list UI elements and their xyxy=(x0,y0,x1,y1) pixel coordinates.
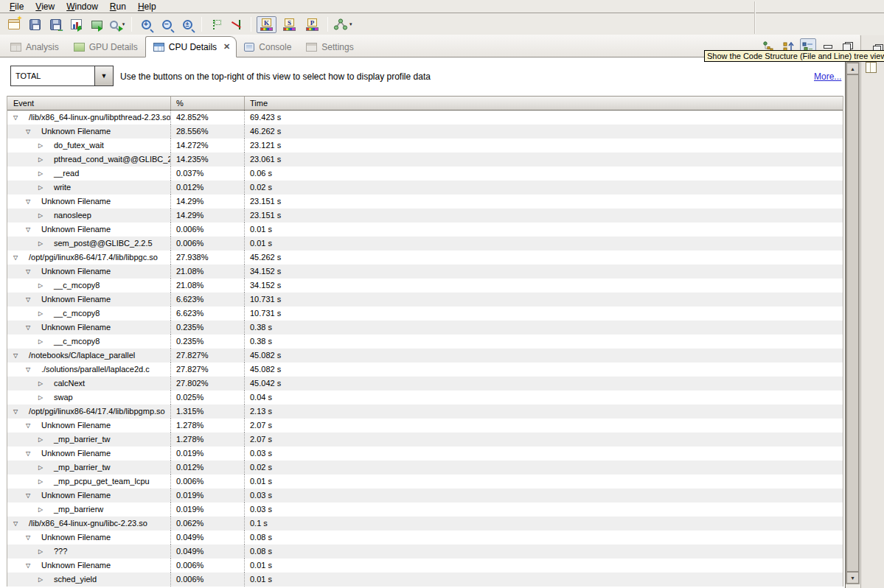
combo-dropdown-button[interactable]: ▼ xyxy=(94,66,113,85)
collapse-icon[interactable]: ▽ xyxy=(26,223,38,237)
column-header-event[interactable]: Event xyxy=(7,97,170,110)
expand-icon[interactable]: ▷ xyxy=(38,545,50,559)
vertical-scrollbar[interactable]: ▲ ▼ xyxy=(846,62,860,584)
import-session-button[interactable] xyxy=(87,15,106,33)
table-row[interactable]: ▷pthread_cond_wait@@GLIBC_2.314.235%23.0… xyxy=(7,153,843,167)
table-row[interactable]: ▽Unknown Filename28.556%46.262 s xyxy=(7,125,843,139)
collapse-icon[interactable]: ▽ xyxy=(26,531,38,545)
collapse-icon[interactable]: ▽ xyxy=(13,251,25,265)
collapse-icon[interactable]: ▽ xyxy=(26,559,38,573)
collapse-icon[interactable]: ▽ xyxy=(26,489,38,503)
table-row[interactable]: ▷_mp_barrier_tw0.012%0.02 s xyxy=(7,461,843,475)
menu-run[interactable]: Run xyxy=(105,1,133,13)
table-row[interactable]: ▷__c_mcopy86.623%10.731 s xyxy=(7,307,843,321)
table-row[interactable]: ▷__read0.037%0.06 s xyxy=(7,167,843,181)
remove-marker-button[interactable] xyxy=(227,15,246,33)
table-row[interactable]: ▷do_futex_wait14.272%23.121 s xyxy=(7,139,843,153)
run-analysis-button[interactable]: ▾ xyxy=(108,15,127,33)
collapse-icon[interactable]: ▽ xyxy=(13,405,25,419)
table-row[interactable]: ▽Unknown Filename0.049%0.08 s xyxy=(7,531,843,545)
save-all-button[interactable] xyxy=(46,15,65,33)
tab-console[interactable]: Console xyxy=(237,38,299,57)
call-tree-button[interactable]: ▾ xyxy=(333,15,353,33)
menu-view[interactable]: View xyxy=(30,1,61,13)
add-marker-button[interactable] xyxy=(206,15,226,33)
expand-icon[interactable]: ▷ xyxy=(38,391,50,405)
tab-gpu-details[interactable]: GPU Details xyxy=(66,38,145,57)
table-row[interactable]: ▽Unknown Filename0.019%0.03 s xyxy=(7,447,843,461)
tab-analysis[interactable]: Analysis xyxy=(3,38,66,57)
table-row[interactable]: ▽Unknown Filename0.006%0.01 s xyxy=(7,223,843,237)
profile-application-button[interactable] xyxy=(66,15,86,33)
expand-icon[interactable]: ▷ xyxy=(38,153,50,167)
collapse-icon[interactable]: ▽ xyxy=(13,349,25,363)
tab-cpu-details[interactable]: CPU Details✕ xyxy=(145,36,237,57)
table-row[interactable]: ▽Unknown Filename21.08%34.152 s xyxy=(7,265,843,279)
table-row[interactable]: ▷sched_yield0.006%0.01 s xyxy=(7,573,843,587)
table-row[interactable]: ▽Unknown Filename14.29%23.151 s xyxy=(7,195,843,209)
table-row[interactable]: ▷calcNext27.802%45.042 s xyxy=(7,377,843,391)
table-row[interactable]: ▽/lib/x86_64-linux-gnu/libpthread-2.23.s… xyxy=(7,111,843,125)
collapse-icon[interactable]: ▽ xyxy=(26,447,38,461)
expand-icon[interactable]: ▷ xyxy=(38,167,50,181)
split-pane-icon[interactable] xyxy=(866,62,877,73)
expand-icon[interactable]: ▷ xyxy=(38,573,50,587)
chevron-down-icon[interactable]: ▾ xyxy=(349,21,352,27)
zoom-out-button[interactable] xyxy=(157,15,176,33)
menu-file[interactable]: File xyxy=(4,1,30,13)
table-row[interactable]: ▽/lib/x86_64-linux-gnu/libc-2.23.so0.062… xyxy=(7,517,843,531)
collapse-icon[interactable]: ▽ xyxy=(26,321,38,335)
table-row[interactable]: ▽Unknown Filename0.006%0.01 s xyxy=(7,559,843,573)
table-row[interactable]: ▷???0.049%0.08 s xyxy=(7,545,843,559)
expand-icon[interactable]: ▷ xyxy=(38,181,50,195)
table-row[interactable]: ▷sem_post@@GLIBC_2.2.50.006%0.01 s xyxy=(7,237,843,251)
collapse-icon[interactable]: ▽ xyxy=(26,125,38,139)
save-button[interactable] xyxy=(25,15,44,33)
collapse-icon[interactable]: ▽ xyxy=(13,111,25,125)
menu-help[interactable]: Help xyxy=(133,1,163,13)
table-row[interactable]: ▷_mp_barrier_tw1.278%2.07 s xyxy=(7,433,843,447)
table-row[interactable]: ▽/opt/pgi/linux86-64/17.4/lib/libpgc.so2… xyxy=(7,251,843,265)
collapse-icon[interactable]: ▽ xyxy=(26,265,38,279)
table-row[interactable]: ▷__c_mcopy821.08%34.152 s xyxy=(7,279,843,293)
table-row[interactable]: ▽./solutions/parallel/laplace2d.c27.827%… xyxy=(7,363,843,377)
table-row[interactable]: ▽Unknown Filename1.278%2.07 s xyxy=(7,419,843,433)
collapse-icon[interactable]: ▽ xyxy=(13,517,25,531)
table-row[interactable]: ▷_mp_pcpu_get_team_lcpu0.006%0.01 s xyxy=(7,475,843,489)
menu-window[interactable]: Window xyxy=(61,1,105,13)
table-row[interactable]: ▷write0.012%0.02 s xyxy=(7,181,843,195)
expand-icon[interactable]: ▷ xyxy=(38,237,50,251)
table-row[interactable]: ▽/opt/pgi/linux86-64/17.4/lib/libpgmp.so… xyxy=(7,405,843,419)
scrollbar-thumb[interactable] xyxy=(846,74,859,572)
source-view-button[interactable]: S xyxy=(279,16,299,33)
table-row[interactable]: ▽Unknown Filename0.235%0.38 s xyxy=(7,321,843,335)
expand-icon[interactable]: ▷ xyxy=(38,475,50,489)
zoom-fit-button[interactable] xyxy=(178,15,197,33)
table-row[interactable]: ▷nanosleep14.29%23.151 s xyxy=(7,209,843,223)
table-row[interactable]: ▽Unknown Filename0.019%0.03 s xyxy=(7,489,843,503)
zoom-in-button[interactable] xyxy=(136,15,156,33)
more-link[interactable]: More... xyxy=(814,71,841,82)
expand-icon[interactable]: ▷ xyxy=(38,503,50,517)
expand-icon[interactable]: ▷ xyxy=(38,335,50,349)
table-row[interactable]: ▷_mp_barrierw0.019%0.03 s xyxy=(7,503,843,517)
profile-view-button[interactable]: P xyxy=(302,16,322,33)
table-row[interactable]: ▷swap0.025%0.04 s xyxy=(7,391,843,405)
new-console-button[interactable] xyxy=(4,15,24,33)
expand-icon[interactable]: ▷ xyxy=(38,461,50,475)
expand-icon[interactable]: ▷ xyxy=(38,377,50,391)
table-row[interactable]: ▷__c_mcopy80.235%0.38 s xyxy=(7,335,843,349)
display-mode-combo[interactable]: TOTAL ▼ xyxy=(10,66,114,86)
collapse-icon[interactable]: ▽ xyxy=(26,363,38,377)
collapse-icon[interactable]: ▽ xyxy=(26,195,38,209)
expand-icon[interactable]: ▷ xyxy=(38,279,50,293)
expand-icon[interactable]: ▷ xyxy=(38,139,50,153)
expand-icon[interactable]: ▷ xyxy=(38,209,50,223)
table-row[interactable]: ▽Unknown Filename6.623%10.731 s xyxy=(7,293,843,307)
expand-icon[interactable]: ▷ xyxy=(38,307,50,321)
table-row[interactable]: ▽/notebooks/C/laplace_parallel27.827%45.… xyxy=(7,349,843,363)
collapse-icon[interactable]: ▽ xyxy=(26,293,38,307)
column-header-time[interactable]: Time xyxy=(244,97,843,110)
tab-settings[interactable]: Settings xyxy=(299,38,361,57)
scroll-down-button[interactable]: ▼ xyxy=(846,572,859,584)
